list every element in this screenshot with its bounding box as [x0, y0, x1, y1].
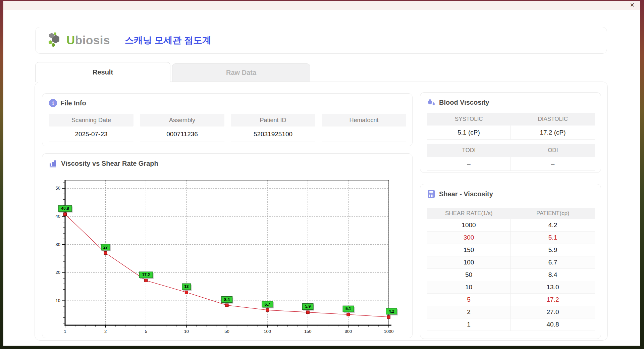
svg-text:17.2: 17.2 — [142, 272, 150, 277]
svg-text:10: 10 — [184, 329, 189, 334]
shear-rate-cell: 1 — [427, 318, 511, 331]
table-row: 140.8 — [427, 318, 595, 331]
table-row: 3005.1 — [427, 232, 595, 244]
bar-chart-icon — [49, 159, 58, 168]
shear-rate-cell: 50 — [427, 269, 511, 281]
svg-text:2: 2 — [104, 329, 107, 334]
patient-cell: 4.2 — [511, 219, 595, 232]
blood-viscosity-section: SYSTOLICDIASTOLIC5.1 (cP)17.2 (cP) — [427, 113, 595, 140]
data-point-marker — [266, 308, 269, 311]
shear-rate-cell: 5 — [427, 294, 511, 306]
column-header: SYSTOLIC — [427, 113, 511, 126]
patient-cell: 40.8 — [511, 318, 595, 331]
column-header: DIASTOLIC — [511, 113, 595, 126]
table-row: 1013.0 — [427, 281, 595, 294]
section-header-row: SYSTOLICDIASTOLIC — [427, 113, 595, 126]
graph-title: Viscosity vs Shear Rate Graph — [61, 160, 158, 167]
svg-text:1000: 1000 — [384, 329, 394, 334]
section-header-row: TODIODI — [427, 144, 595, 157]
svg-text:10: 10 — [56, 298, 60, 303]
svg-text:30: 30 — [56, 242, 60, 247]
field-label: Patient ID — [231, 114, 315, 127]
patient-cell: 6.7 — [511, 256, 595, 269]
field-value: 2025-07-23 — [49, 127, 133, 142]
data-point-marker — [225, 304, 228, 307]
svg-text:150: 150 — [304, 329, 312, 334]
shear-rate-cell: 300 — [427, 232, 511, 244]
data-point-marker — [387, 315, 390, 318]
svg-text:20: 20 — [56, 270, 60, 275]
svg-text:40: 40 — [56, 214, 60, 219]
data-point-marker — [347, 313, 350, 316]
field-value: 000711236 — [140, 127, 224, 142]
patient-cell: 27.0 — [511, 306, 595, 318]
patient-cell: 13.0 — [511, 281, 595, 294]
svg-text:8.4: 8.4 — [224, 297, 230, 302]
field-value — [322, 127, 406, 142]
blood-viscosity-card: Blood Viscosity SYSTOLICDIASTOLIC5.1 (cP… — [420, 92, 601, 173]
viscosity-graph-card: Viscosity vs Shear Rate Graph 1020304050… — [42, 153, 413, 338]
blood-viscosity-section: TODIODI–– — [427, 144, 595, 171]
section-value-row: 5.1 (cP)17.2 (cP) — [427, 126, 595, 140]
value-cell: 17.2 (cP) — [511, 126, 595, 140]
svg-text:13: 13 — [184, 284, 189, 289]
svg-text:5.9: 5.9 — [305, 304, 311, 309]
data-point-marker — [104, 251, 107, 254]
shear-rate-cell: 1000 — [427, 219, 511, 232]
patient-cell: 5.1 — [511, 232, 595, 244]
svg-text:1: 1 — [64, 329, 66, 334]
header-bar: Ubiosis 스캐닝 모세관 점도계 — [35, 27, 607, 54]
viscosity-chart: 10203040501251050100150300100040.82717.2… — [49, 174, 406, 336]
table-row: 10004.2 — [427, 219, 595, 232]
data-point-marker — [185, 291, 188, 294]
brand-logo: Ubiosis — [47, 32, 110, 49]
field-label: Hematocrit — [322, 114, 406, 127]
water-drops-icon — [427, 98, 436, 107]
table-row: 1505.9 — [427, 244, 595, 256]
field-label: Scanning Date — [49, 114, 133, 127]
tab-result[interactable]: Result — [35, 62, 170, 82]
file-info-card: i File Info Scanning Date2025-07-23Assem… — [42, 93, 413, 146]
data-point-marker — [64, 213, 67, 216]
data-point-marker — [306, 311, 309, 314]
value-cell: 5.1 (cP) — [427, 126, 511, 140]
file-info-field: Hematocrit — [322, 114, 406, 142]
file-info-fields: Scanning Date2025-07-23Assembly000711236… — [49, 114, 406, 142]
tab-raw-data[interactable]: Raw Data — [172, 63, 310, 82]
table-row: 227.0 — [427, 306, 595, 318]
svg-text:50: 50 — [56, 186, 60, 191]
value-cell: – — [511, 157, 595, 171]
file-info-title: File Info — [60, 99, 86, 107]
shear-viscosity-title: Shear - Viscosity — [439, 190, 493, 198]
svg-text:50: 50 — [224, 329, 229, 334]
patient-cell: 17.2 — [511, 294, 595, 306]
file-info-field: Patient ID52031925100 — [231, 114, 315, 142]
shear-rate-cell: 150 — [427, 244, 511, 256]
column-header: SHEAR RATE(1/s) — [427, 208, 511, 219]
table-row: 1006.7 — [427, 256, 595, 269]
svg-text:40.8: 40.8 — [61, 206, 69, 211]
info-icon: i — [49, 99, 57, 107]
data-point-marker — [145, 279, 148, 282]
column-header: TODI — [427, 144, 511, 157]
table-header-row: SHEAR RATE(1/s)PATIENT(cp) — [427, 208, 595, 219]
blood-viscosity-title: Blood Viscosity — [439, 99, 489, 106]
shear-viscosity-table: SHEAR RATE(1/s)PATIENT(cp)10004.23005.11… — [427, 208, 595, 331]
patient-cell: 8.4 — [511, 269, 595, 281]
patient-cell: 5.9 — [511, 244, 595, 256]
file-info-field: Scanning Date2025-07-23 — [49, 114, 133, 142]
window-titlebar: ✕ — [3, 1, 640, 10]
file-info-field: Assembly000711236 — [140, 114, 224, 142]
table-row: 508.4 — [427, 269, 595, 281]
column-header: ODI — [511, 144, 595, 157]
svg-text:300: 300 — [345, 329, 352, 334]
svg-text:5: 5 — [145, 329, 147, 334]
svg-text:5.1: 5.1 — [345, 306, 351, 311]
svg-text:27: 27 — [103, 245, 108, 250]
shear-rate-cell: 2 — [427, 306, 511, 318]
svg-text:4.2: 4.2 — [389, 309, 394, 314]
svg-text:100: 100 — [264, 329, 271, 334]
brand-name: Ubiosis — [66, 34, 110, 47]
close-icon[interactable]: ✕ — [630, 2, 635, 9]
app-title-korean: 스캐닝 모세관 점도계 — [125, 34, 211, 46]
